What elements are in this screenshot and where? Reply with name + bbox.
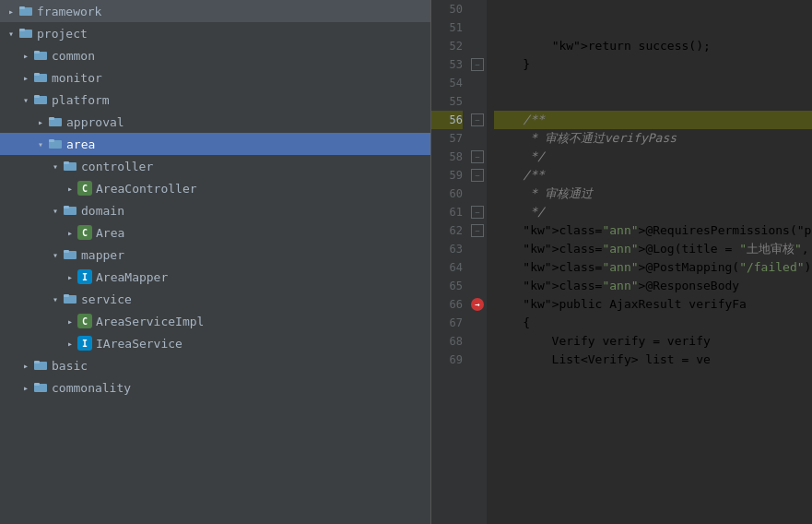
tree-label-framework: framework bbox=[37, 5, 101, 18]
code-line-61: */ bbox=[494, 203, 812, 221]
tree-arrow-framework[interactable] bbox=[4, 4, 18, 18]
file-tree[interactable]: framework project common monitor platfor… bbox=[0, 0, 431, 524]
fold-icon-61[interactable]: − bbox=[471, 206, 484, 219]
tree-arrow-AreaMapper[interactable] bbox=[63, 269, 77, 284]
code-line-54 bbox=[494, 74, 812, 92]
folder-icon-domain bbox=[63, 203, 77, 218]
folder-icon-framework bbox=[18, 4, 33, 18]
gutter-mark-66[interactable]: → bbox=[468, 295, 487, 314]
gutter-mark-62[interactable]: − bbox=[468, 221, 487, 240]
class-c-icon-AreaController: C bbox=[77, 181, 92, 196]
gutter-mark-54[interactable] bbox=[468, 74, 487, 92]
tree-arrow-Area[interactable] bbox=[63, 225, 77, 240]
svg-rect-3 bbox=[19, 29, 25, 31]
tree-arrow-area[interactable] bbox=[33, 137, 48, 151]
line-num-53: 53 bbox=[431, 55, 463, 74]
tree-arrow-commonality[interactable] bbox=[18, 380, 33, 395]
gutter-mark-51[interactable] bbox=[468, 18, 487, 37]
tree-item-AreaServiceImpl[interactable]: CAreaServiceImpl bbox=[0, 310, 430, 332]
class-c-icon-AreaServiceImpl: C bbox=[77, 314, 92, 328]
fold-icon-53[interactable]: − bbox=[471, 58, 484, 71]
code-line-53: } bbox=[494, 55, 812, 74]
line-num-63: 63 bbox=[431, 240, 463, 258]
gutter-mark-53[interactable]: − bbox=[468, 55, 487, 74]
line-num-54: 54 bbox=[431, 74, 463, 92]
tree-item-mapper[interactable]: mapper bbox=[0, 244, 430, 266]
gutter-mark-52[interactable] bbox=[468, 37, 487, 55]
tree-item-commonality[interactable]: commonality bbox=[0, 376, 430, 399]
tree-arrow-IAreaService[interactable] bbox=[63, 336, 77, 351]
tree-item-IAreaService[interactable]: IIAreaService bbox=[0, 332, 430, 354]
gutter-mark-57[interactable] bbox=[468, 129, 487, 148]
fold-icon-59[interactable]: − bbox=[471, 169, 484, 182]
tree-item-AreaMapper[interactable]: IAreaMapper bbox=[0, 266, 430, 288]
tree-arrow-service[interactable] bbox=[48, 292, 63, 306]
tree-label-AreaMapper: AreaMapper bbox=[96, 270, 168, 284]
gutter-mark-61[interactable]: − bbox=[468, 203, 487, 221]
tree-label-commonality: commonality bbox=[52, 381, 131, 395]
tree-arrow-basic[interactable] bbox=[18, 358, 33, 373]
line-num-50: 50 bbox=[431, 0, 463, 18]
tree-arrow-AreaServiceImpl[interactable] bbox=[63, 314, 77, 328]
tree-arrow-project[interactable] bbox=[4, 26, 18, 41]
gutter-mark-58[interactable]: − bbox=[468, 148, 487, 166]
code-line-65: "kw">class="ann">@ResponseBody bbox=[494, 277, 812, 295]
line-num-66: 66 bbox=[431, 295, 463, 314]
line-num-56: 56 bbox=[431, 111, 463, 129]
tree-label-controller: controller bbox=[81, 160, 153, 173]
fold-icon-62[interactable]: − bbox=[471, 224, 484, 237]
tree-arrow-domain[interactable] bbox=[48, 203, 63, 218]
tree-arrow-monitor[interactable] bbox=[18, 70, 33, 85]
gutter-mark-63[interactable] bbox=[468, 240, 487, 258]
tree-item-area[interactable]: area bbox=[0, 133, 430, 155]
line-num-58: 58 bbox=[431, 148, 463, 166]
tree-item-framework[interactable]: framework bbox=[0, 0, 430, 22]
line-num-55: 55 bbox=[431, 92, 463, 111]
tree-item-approval[interactable]: approval bbox=[0, 111, 430, 133]
gutter-mark-64[interactable] bbox=[468, 258, 487, 277]
tree-arrow-mapper[interactable] bbox=[48, 247, 63, 262]
line-num-64: 64 bbox=[431, 258, 463, 277]
gutter[interactable]: −−−−−−→ bbox=[468, 0, 487, 524]
fold-icon-56[interactable]: − bbox=[471, 113, 484, 126]
tree-arrow-AreaController[interactable] bbox=[63, 181, 77, 196]
gutter-mark-68[interactable] bbox=[468, 332, 487, 351]
tree-item-platform[interactable]: platform bbox=[0, 89, 430, 111]
gutter-mark-67[interactable] bbox=[468, 314, 487, 332]
code-line-68: Verify verify = verify bbox=[494, 332, 812, 351]
tree-item-domain[interactable]: domain bbox=[0, 199, 430, 221]
tree-item-common[interactable]: common bbox=[0, 44, 430, 66]
tree-item-AreaController[interactable]: CAreaController bbox=[0, 177, 430, 199]
svg-rect-25 bbox=[34, 383, 40, 386]
tree-item-project[interactable]: project bbox=[0, 22, 430, 44]
tree-item-service[interactable]: service bbox=[0, 288, 430, 310]
code-line-56: /** bbox=[494, 111, 812, 129]
gutter-mark-56[interactable]: − bbox=[468, 111, 487, 129]
tree-label-basic: basic bbox=[52, 359, 88, 373]
tree-arrow-platform[interactable] bbox=[18, 92, 33, 107]
tree-item-basic[interactable]: basic bbox=[0, 354, 430, 376]
svg-rect-21 bbox=[64, 294, 69, 297]
line-num-65: 65 bbox=[431, 277, 463, 295]
gutter-mark-69[interactable] bbox=[468, 351, 487, 369]
folder-icon-monitor bbox=[33, 70, 48, 85]
line-num-52: 52 bbox=[431, 37, 463, 55]
svg-rect-17 bbox=[64, 206, 69, 208]
gutter-mark-50[interactable] bbox=[468, 0, 487, 18]
gutter-mark-59[interactable]: − bbox=[468, 166, 487, 185]
code-content: "kw">return success(); } /** * 审核不通过veri… bbox=[487, 0, 812, 524]
tree-label-AreaController: AreaController bbox=[96, 182, 197, 196]
tree-arrow-common[interactable] bbox=[18, 48, 33, 63]
tree-item-Area[interactable]: CArea bbox=[0, 221, 430, 244]
svg-rect-13 bbox=[49, 139, 54, 142]
tree-item-controller[interactable]: controller bbox=[0, 155, 430, 177]
gutter-mark-55[interactable] bbox=[468, 92, 487, 111]
tree-label-IAreaService: IAreaService bbox=[96, 337, 182, 351]
gutter-mark-65[interactable] bbox=[468, 277, 487, 295]
gutter-mark-60[interactable] bbox=[468, 185, 487, 203]
tree-label-mapper: mapper bbox=[81, 248, 124, 262]
tree-arrow-controller[interactable] bbox=[48, 159, 63, 173]
tree-arrow-approval[interactable] bbox=[33, 114, 48, 129]
tree-item-monitor[interactable]: monitor bbox=[0, 66, 430, 89]
fold-icon-58[interactable]: − bbox=[471, 150, 484, 163]
